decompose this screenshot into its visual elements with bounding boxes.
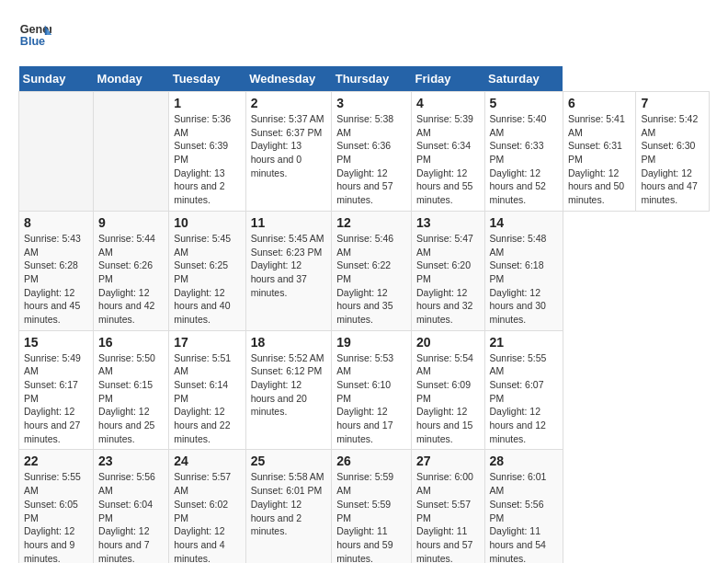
weekday-sunday: Sunday <box>19 66 94 92</box>
day-detail: Sunrise: 5:58 AMSunset: 6:01 PMDaylight:… <box>251 471 324 536</box>
day-number: 3 <box>336 96 406 110</box>
day-number: 9 <box>98 215 164 230</box>
day-detail: Sunrise: 5:37 AMSunset: 6:37 PMDaylight:… <box>251 113 324 178</box>
day-number: 27 <box>416 454 480 468</box>
day-detail: Sunrise: 5:38 AMSunset: 6:36 PMDaylight:… <box>336 113 393 205</box>
calendar-cell: 2 Sunrise: 5:37 AMSunset: 6:37 PMDayligh… <box>245 92 332 212</box>
day-number: 14 <box>490 215 558 230</box>
weekday-header-row: SundayMondayTuesdayWednesdayThursdayFrid… <box>19 66 710 92</box>
calendar-cell: 10 Sunrise: 5:45 AMSunset: 6:25 PMDaylig… <box>169 211 245 330</box>
calendar-table: SundayMondayTuesdayWednesdayThursdayFrid… <box>18 66 710 563</box>
calendar-cell: 1 Sunrise: 5:36 AMSunset: 6:39 PMDayligh… <box>169 92 245 212</box>
calendar-cell: 12 Sunrise: 5:46 AMSunset: 6:22 PMDaylig… <box>332 211 412 330</box>
logo: General Blue <box>18 18 51 52</box>
calendar-cell: 16 Sunrise: 5:50 AMSunset: 6:15 PMDaylig… <box>94 330 169 450</box>
day-detail: Sunrise: 5:52 AMSunset: 6:12 PMDaylight:… <box>251 352 324 418</box>
day-detail: Sunrise: 5:49 AMSunset: 6:17 PMDaylight:… <box>24 352 81 444</box>
day-detail: Sunrise: 5:42 AMSunset: 6:30 PMDaylight:… <box>641 113 698 205</box>
day-number: 17 <box>174 335 240 350</box>
calendar-cell: 20 Sunrise: 5:54 AMSunset: 6:09 PMDaylig… <box>412 330 485 450</box>
day-number: 1 <box>174 96 240 110</box>
calendar-week-3: 15 Sunrise: 5:49 AMSunset: 6:17 PMDaylig… <box>19 330 710 450</box>
calendar-cell: 5 Sunrise: 5:40 AMSunset: 6:33 PMDayligh… <box>484 92 563 212</box>
calendar-cell: 22 Sunrise: 5:55 AMSunset: 6:05 PMDaylig… <box>19 450 94 563</box>
day-number: 8 <box>24 215 88 230</box>
calendar-cell <box>94 92 169 212</box>
weekday-tuesday: Tuesday <box>169 66 245 92</box>
weekday-saturday: Saturday <box>484 66 563 92</box>
calendar-week-2: 8 Sunrise: 5:43 AMSunset: 6:28 PMDayligh… <box>19 211 710 330</box>
weekday-monday: Monday <box>94 66 169 92</box>
day-number: 13 <box>416 215 480 230</box>
day-number: 25 <box>251 454 327 468</box>
calendar-cell: 11 Sunrise: 5:45 AMSunset: 6:23 PMDaylig… <box>245 211 332 330</box>
calendar-cell: 7 Sunrise: 5:42 AMSunset: 6:30 PMDayligh… <box>636 92 710 212</box>
day-number: 5 <box>490 96 558 110</box>
calendar-cell: 19 Sunrise: 5:53 AMSunset: 6:10 PMDaylig… <box>332 330 412 450</box>
day-detail: Sunrise: 5:43 AMSunset: 6:28 PMDaylight:… <box>24 233 81 325</box>
day-number: 20 <box>416 335 480 350</box>
page-header: General Blue <box>18 18 710 52</box>
day-detail: Sunrise: 6:00 AMSunset: 5:57 PMDaylight:… <box>416 471 473 563</box>
calendar-cell: 18 Sunrise: 5:52 AMSunset: 6:12 PMDaylig… <box>245 330 332 450</box>
calendar-cell: 3 Sunrise: 5:38 AMSunset: 6:36 PMDayligh… <box>332 92 412 212</box>
day-number: 4 <box>416 96 480 110</box>
day-detail: Sunrise: 5:55 AMSunset: 6:05 PMDaylight:… <box>24 471 81 563</box>
day-detail: Sunrise: 5:48 AMSunset: 6:18 PMDaylight:… <box>490 233 547 325</box>
day-number: 26 <box>336 454 406 468</box>
calendar-header: SundayMondayTuesdayWednesdayThursdayFrid… <box>19 66 710 92</box>
day-number: 12 <box>336 215 406 230</box>
calendar-body: 1 Sunrise: 5:36 AMSunset: 6:39 PMDayligh… <box>19 92 710 564</box>
day-number: 16 <box>98 335 164 350</box>
day-detail: Sunrise: 5:39 AMSunset: 6:34 PMDaylight:… <box>416 113 473 205</box>
day-detail: Sunrise: 5:47 AMSunset: 6:20 PMDaylight:… <box>416 233 473 325</box>
day-number: 28 <box>490 454 558 468</box>
day-detail: Sunrise: 5:50 AMSunset: 6:15 PMDaylight:… <box>98 352 155 444</box>
day-number: 19 <box>336 335 406 350</box>
weekday-friday: Friday <box>412 66 485 92</box>
calendar-cell: 15 Sunrise: 5:49 AMSunset: 6:17 PMDaylig… <box>19 330 94 450</box>
calendar-cell: 24 Sunrise: 5:57 AMSunset: 6:02 PMDaylig… <box>169 450 245 563</box>
day-detail: Sunrise: 5:51 AMSunset: 6:14 PMDaylight:… <box>174 352 231 444</box>
logo-icon: General Blue <box>18 18 51 52</box>
day-number: 22 <box>24 454 88 468</box>
day-detail: Sunrise: 5:45 AMSunset: 6:25 PMDaylight:… <box>174 233 231 325</box>
day-number: 11 <box>251 215 327 230</box>
calendar-cell: 28 Sunrise: 6:01 AMSunset: 5:56 PMDaylig… <box>484 450 563 563</box>
day-number: 10 <box>174 215 240 230</box>
day-number: 21 <box>490 335 558 350</box>
day-detail: Sunrise: 5:55 AMSunset: 6:07 PMDaylight:… <box>490 352 547 444</box>
calendar-cell: 26 Sunrise: 5:59 AMSunset: 5:59 PMDaylig… <box>332 450 412 563</box>
day-number: 2 <box>251 96 327 110</box>
day-number: 24 <box>174 454 240 468</box>
weekday-wednesday: Wednesday <box>245 66 332 92</box>
day-detail: Sunrise: 6:01 AMSunset: 5:56 PMDaylight:… <box>490 471 547 563</box>
day-detail: Sunrise: 5:44 AMSunset: 6:26 PMDaylight:… <box>98 233 155 325</box>
calendar-cell: 17 Sunrise: 5:51 AMSunset: 6:14 PMDaylig… <box>169 330 245 450</box>
day-detail: Sunrise: 5:46 AMSunset: 6:22 PMDaylight:… <box>336 233 393 325</box>
calendar-cell: 6 Sunrise: 5:41 AMSunset: 6:31 PMDayligh… <box>563 92 636 212</box>
calendar-cell: 23 Sunrise: 5:56 AMSunset: 6:04 PMDaylig… <box>94 450 169 563</box>
day-detail: Sunrise: 5:36 AMSunset: 6:39 PMDaylight:… <box>174 113 231 205</box>
calendar-cell: 8 Sunrise: 5:43 AMSunset: 6:28 PMDayligh… <box>19 211 94 330</box>
calendar-cell: 25 Sunrise: 5:58 AMSunset: 6:01 PMDaylig… <box>245 450 332 563</box>
calendar-cell: 9 Sunrise: 5:44 AMSunset: 6:26 PMDayligh… <box>94 211 169 330</box>
calendar-cell: 21 Sunrise: 5:55 AMSunset: 6:07 PMDaylig… <box>484 330 563 450</box>
day-number: 18 <box>251 335 327 350</box>
day-detail: Sunrise: 5:54 AMSunset: 6:09 PMDaylight:… <box>416 352 473 444</box>
day-detail: Sunrise: 5:56 AMSunset: 6:04 PMDaylight:… <box>98 471 155 563</box>
calendar-week-4: 22 Sunrise: 5:55 AMSunset: 6:05 PMDaylig… <box>19 450 710 563</box>
svg-text:Blue: Blue <box>20 35 45 48</box>
day-detail: Sunrise: 5:45 AMSunset: 6:23 PMDaylight:… <box>251 233 324 298</box>
day-detail: Sunrise: 5:57 AMSunset: 6:02 PMDaylight:… <box>174 471 231 563</box>
day-detail: Sunrise: 5:40 AMSunset: 6:33 PMDaylight:… <box>490 113 547 205</box>
weekday-thursday: Thursday <box>332 66 412 92</box>
day-number: 7 <box>641 96 704 110</box>
day-number: 6 <box>568 96 631 110</box>
calendar-cell <box>19 92 94 212</box>
day-detail: Sunrise: 5:59 AMSunset: 5:59 PMDaylight:… <box>336 471 393 563</box>
calendar-week-1: 1 Sunrise: 5:36 AMSunset: 6:39 PMDayligh… <box>19 92 710 212</box>
day-detail: Sunrise: 5:53 AMSunset: 6:10 PMDaylight:… <box>336 352 393 444</box>
day-detail: Sunrise: 5:41 AMSunset: 6:31 PMDaylight:… <box>568 113 625 205</box>
day-number: 23 <box>98 454 164 468</box>
